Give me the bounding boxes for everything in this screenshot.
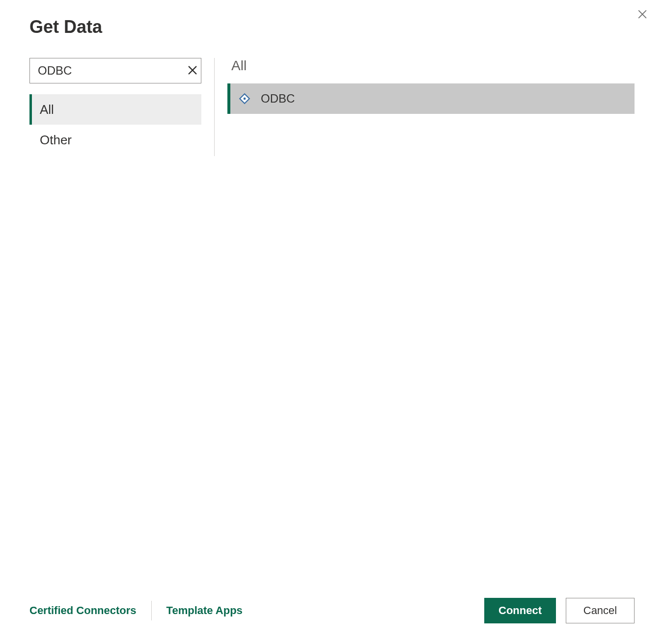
clear-search-button[interactable] — [186, 64, 199, 78]
close-icon — [637, 9, 648, 21]
sidebar: All Other — [29, 58, 201, 155]
search-input[interactable] — [37, 63, 186, 78]
dialog-body: All Other All ODBC — [29, 58, 635, 166]
results-heading: All — [227, 58, 635, 74]
certified-connectors-link[interactable]: Certified Connectors — [29, 604, 137, 617]
connector-item-odbc[interactable]: ODBC — [227, 83, 635, 114]
close-button[interactable] — [633, 5, 652, 25]
odbc-connector-icon — [237, 91, 252, 106]
category-label: Other — [40, 133, 72, 148]
close-icon — [187, 65, 198, 77]
cancel-button[interactable]: Cancel — [566, 598, 635, 623]
dialog-title: Get Data — [29, 0, 635, 58]
get-data-dialog: Get Data All Other All — [0, 0, 664, 644]
sidebar-category-all[interactable]: All — [29, 94, 201, 125]
results-panel: All ODBC — [227, 58, 635, 114]
dialog-footer: Certified Connectors Template Apps Conne… — [29, 597, 635, 624]
vertical-divider — [214, 58, 215, 156]
svg-point-5 — [244, 98, 246, 100]
connect-button[interactable]: Connect — [484, 598, 556, 623]
template-apps-link[interactable]: Template Apps — [166, 604, 243, 617]
category-label: All — [40, 102, 54, 117]
footer-divider — [151, 601, 152, 620]
sidebar-category-other[interactable]: Other — [29, 125, 201, 155]
search-field-wrap — [29, 58, 201, 83]
connector-label: ODBC — [261, 92, 295, 106]
